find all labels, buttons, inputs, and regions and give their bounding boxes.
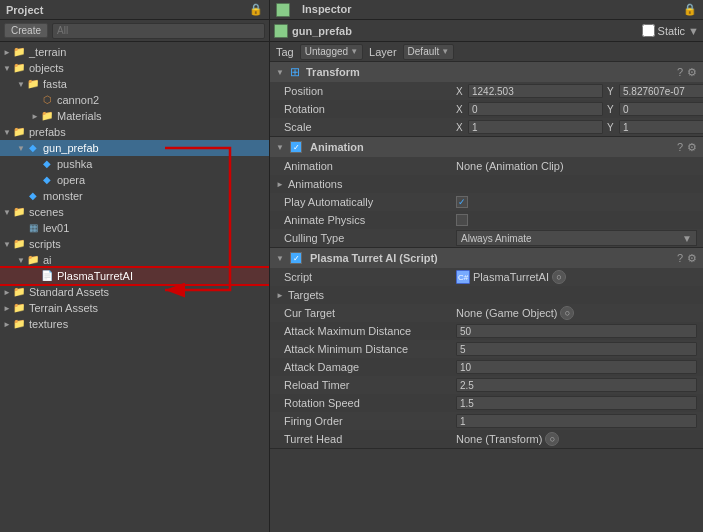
cur-target-select-btn[interactable]: ○ bbox=[560, 306, 574, 320]
rotation-label: Rotation bbox=[276, 103, 456, 115]
culling-type-value: Always Animate bbox=[461, 233, 532, 244]
rot-y-label: Y bbox=[607, 104, 617, 115]
tree-item-scenes[interactable]: 📁 scenes bbox=[0, 204, 269, 220]
animation-enabled-checkbox[interactable] bbox=[290, 141, 302, 153]
static-dropdown-icon[interactable]: ▼ bbox=[688, 25, 699, 37]
arrow-scripts bbox=[2, 240, 12, 249]
plasma-turret-header[interactable]: Plasma Turret AI (Script) ? ⚙ bbox=[270, 248, 703, 268]
label-fasta: fasta bbox=[43, 78, 67, 90]
script-ref: C# PlasmaTurretAI bbox=[456, 270, 549, 284]
scale-x-input[interactable] bbox=[468, 120, 603, 134]
inspector-panel: Inspector 🔒 gun_prefab Static ▼ Tag Unta… bbox=[270, 0, 703, 532]
tree-item-cannon2[interactable]: ⬡ cannon2 bbox=[0, 92, 269, 108]
mesh-icon-cannon2: ⬡ bbox=[40, 93, 54, 107]
tag-value: Untagged bbox=[305, 46, 348, 57]
plasma-turret-icons: ? ⚙ bbox=[677, 252, 697, 265]
plasma-turret-help-btn[interactable]: ? bbox=[677, 252, 683, 265]
rot-x-input[interactable] bbox=[468, 102, 603, 116]
project-tree: 📁 _terrain 📁 objects 📁 fasta ⬡ bbox=[0, 42, 269, 532]
tree-item-pushka[interactable]: ◆ pushka bbox=[0, 156, 269, 172]
tree-item-prefabs[interactable]: 📁 prefabs bbox=[0, 124, 269, 140]
static-checkbox[interactable] bbox=[642, 24, 655, 37]
animation-header[interactable]: Animation ? ⚙ bbox=[270, 137, 703, 157]
inspector-body: Tag Untagged ▼ Layer Default ▼ ⊞ Transfo… bbox=[270, 42, 703, 532]
folder-icon-scripts: 📁 bbox=[12, 237, 26, 251]
plasma-turret-settings-btn[interactable]: ⚙ bbox=[687, 252, 697, 265]
tree-item-terrain-assets[interactable]: 📁 Terrain Assets bbox=[0, 300, 269, 316]
plasma-turret-enabled-checkbox[interactable] bbox=[290, 252, 302, 264]
tree-item-gun-prefab[interactable]: ◆ gun_prefab bbox=[0, 140, 269, 156]
culling-type-dropdown[interactable]: Always Animate ▼ bbox=[456, 230, 697, 246]
play-auto-checkbox[interactable] bbox=[456, 196, 468, 208]
tree-item-plasma-turret-ai[interactable]: 📄 PlasmaTurretAI bbox=[0, 268, 269, 284]
tree-item-ai[interactable]: 📁 ai bbox=[0, 252, 269, 268]
firing-order-label: Firing Order bbox=[276, 415, 456, 427]
pos-x-input[interactable] bbox=[468, 84, 603, 98]
position-row: Position X Y Z bbox=[270, 82, 703, 100]
arrow-ai bbox=[16, 256, 26, 265]
tree-item-scripts[interactable]: 📁 scripts bbox=[0, 236, 269, 252]
layer-dropdown[interactable]: Default ▼ bbox=[403, 44, 455, 60]
rot-y-input[interactable] bbox=[619, 102, 703, 116]
label-scenes: scenes bbox=[29, 206, 64, 218]
animation-help-btn[interactable]: ? bbox=[677, 141, 683, 154]
label-opera: opera bbox=[57, 174, 85, 186]
transform-header[interactable]: ⊞ Transform ? ⚙ bbox=[270, 62, 703, 82]
search-input[interactable] bbox=[52, 23, 265, 39]
tree-item-materials[interactable]: 📁 Materials bbox=[0, 108, 269, 124]
inspector-title: Inspector bbox=[296, 0, 358, 20]
transform-icon: ⊞ bbox=[290, 65, 300, 79]
arrow-gun-prefab bbox=[16, 144, 26, 153]
animation-settings-btn[interactable]: ⚙ bbox=[687, 141, 697, 154]
label-standard-assets: Standard Assets bbox=[29, 286, 109, 298]
turret-head-select-btn[interactable]: ○ bbox=[545, 432, 559, 446]
firing-order-row: Firing Order bbox=[270, 412, 703, 430]
tag-layer-row: Tag Untagged ▼ Layer Default ▼ bbox=[270, 42, 703, 62]
targets-row[interactable]: Targets bbox=[270, 286, 703, 304]
attack-min-input[interactable] bbox=[456, 342, 697, 356]
project-toolbar: Create bbox=[0, 20, 269, 42]
culling-type-row: Culling Type Always Animate ▼ bbox=[270, 229, 703, 247]
tree-item-monster[interactable]: ◆ monster bbox=[0, 188, 269, 204]
attack-max-input[interactable] bbox=[456, 324, 697, 338]
pos-x-label: X bbox=[456, 86, 466, 97]
tree-item-lev01[interactable]: ▦ lev01 bbox=[0, 220, 269, 236]
transform-component: ⊞ Transform ? ⚙ Position X bbox=[270, 62, 703, 137]
animation-clip-label: Animation bbox=[276, 160, 456, 172]
tree-item-textures[interactable]: 📁 textures bbox=[0, 316, 269, 332]
animation-icons: ? ⚙ bbox=[677, 141, 697, 154]
inspector-lock-icon[interactable]: 🔒 bbox=[683, 3, 697, 16]
lock-icon[interactable]: 🔒 bbox=[249, 3, 263, 16]
plasma-turret-title: Plasma Turret AI (Script) bbox=[310, 252, 438, 264]
pos-y-input[interactable] bbox=[619, 84, 703, 98]
arrow-objects bbox=[2, 64, 12, 73]
transform-settings-btn[interactable]: ⚙ bbox=[687, 66, 697, 79]
tree-item-opera[interactable]: ◆ opera bbox=[0, 172, 269, 188]
attack-min-label: Attack Minimum Distance bbox=[276, 343, 456, 355]
label-cannon2: cannon2 bbox=[57, 94, 99, 106]
animation-clip-row: Animation None (Animation Clip) bbox=[270, 157, 703, 175]
scale-xyz: X Y Z bbox=[456, 120, 703, 134]
tree-item-standard-assets[interactable]: 📁 Standard Assets bbox=[0, 284, 269, 300]
animations-row[interactable]: Animations bbox=[270, 175, 703, 193]
tree-item-terrain[interactable]: 📁 _terrain bbox=[0, 44, 269, 60]
project-panel-header: Project 🔒 bbox=[0, 0, 269, 20]
tag-dropdown[interactable]: Untagged ▼ bbox=[300, 44, 363, 60]
scale-y-label: Y bbox=[607, 122, 617, 133]
create-button[interactable]: Create bbox=[4, 23, 48, 38]
tree-item-fasta[interactable]: 📁 fasta bbox=[0, 76, 269, 92]
script-select-btn[interactable]: ○ bbox=[552, 270, 566, 284]
animate-physics-checkbox[interactable] bbox=[456, 214, 468, 226]
rotation-xyz: X Y Z bbox=[456, 102, 703, 116]
folder-icon-scenes: 📁 bbox=[12, 205, 26, 219]
label-prefabs: prefabs bbox=[29, 126, 66, 138]
attack-dmg-input[interactable] bbox=[456, 360, 697, 374]
tree-item-objects[interactable]: 📁 objects bbox=[0, 60, 269, 76]
animation-foldout bbox=[276, 143, 286, 152]
transform-help-btn[interactable]: ? bbox=[677, 66, 683, 79]
scale-y-input[interactable] bbox=[619, 120, 703, 134]
rotation-speed-input[interactable] bbox=[456, 396, 697, 410]
layer-value: Default bbox=[408, 46, 440, 57]
firing-order-input[interactable] bbox=[456, 414, 697, 428]
reload-input[interactable] bbox=[456, 378, 697, 392]
